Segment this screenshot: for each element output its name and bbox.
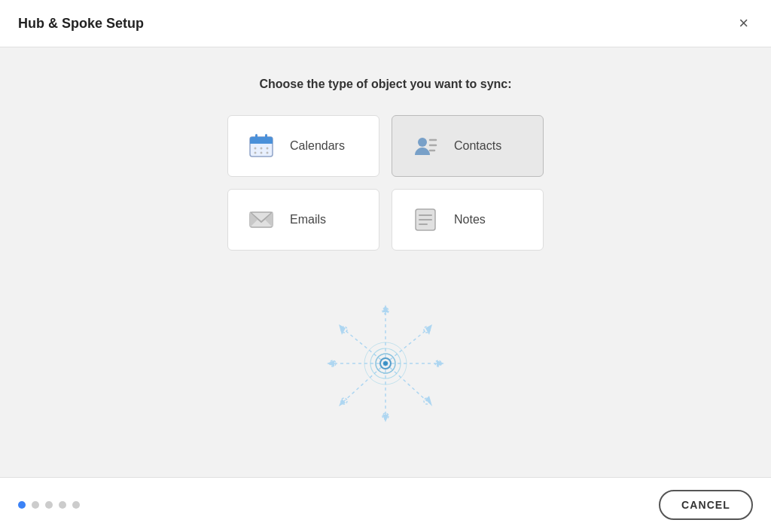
hub-spoke-diagram: [310, 288, 461, 439]
svg-point-11: [418, 138, 427, 147]
dialog-title: Hub & Spoke Setup: [18, 16, 144, 32]
svg-point-6: [261, 147, 263, 150]
svg-point-10: [267, 152, 269, 154]
contacts-icon: [410, 131, 440, 161]
dot-4: [59, 501, 66, 509]
notes-icon: [410, 205, 440, 235]
pagination-dots: [18, 501, 80, 509]
emails-icon: [246, 205, 276, 235]
svg-rect-2: [250, 141, 273, 144]
svg-rect-3: [255, 134, 258, 140]
svg-point-8: [254, 152, 257, 154]
option-emails[interactable]: Emails: [227, 189, 379, 251]
svg-line-27: [344, 363, 386, 401]
prompt-text: Choose the type of object you want to sy…: [259, 78, 511, 91]
svg-marker-37: [339, 324, 346, 335]
emails-label: Emails: [290, 213, 326, 226]
dot-2: [32, 501, 39, 509]
dialog-header: Hub & Spoke Setup ×: [0, 0, 771, 47]
calendars-icon: [246, 131, 276, 161]
calendars-label: Calendars: [290, 139, 345, 153]
svg-rect-4: [265, 134, 267, 140]
dialog-footer: CANCEL: [0, 477, 771, 532]
dot-1: [18, 501, 26, 509]
svg-point-7: [267, 147, 269, 150]
svg-point-42: [383, 361, 388, 366]
options-grid: Calendars Contacts: [227, 115, 544, 251]
close-button[interactable]: ×: [734, 14, 753, 33]
dialog-body: Choose the type of object you want to sy…: [0, 47, 771, 477]
option-contacts[interactable]: Contacts: [392, 115, 544, 177]
cancel-button[interactable]: CANCEL: [659, 490, 753, 520]
dot-5: [72, 501, 80, 509]
svg-line-25: [386, 363, 427, 401]
svg-point-9: [261, 152, 263, 154]
svg-point-5: [254, 147, 257, 150]
option-calendars[interactable]: Calendars: [227, 115, 379, 177]
svg-marker-31: [425, 324, 432, 335]
dot-3: [45, 501, 53, 509]
contacts-label: Contacts: [454, 139, 501, 153]
svg-marker-34: [382, 415, 389, 422]
dialog-container: Hub & Spoke Setup × Choose the type of o…: [0, 0, 771, 532]
option-notes[interactable]: Notes: [392, 189, 544, 251]
notes-label: Notes: [454, 213, 486, 226]
